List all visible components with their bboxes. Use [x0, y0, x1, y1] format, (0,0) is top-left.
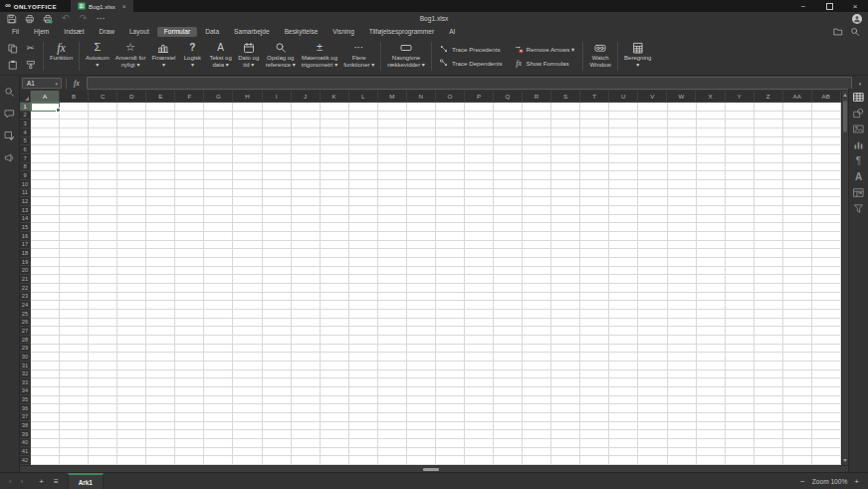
column-header-z[interactable]: Z	[755, 91, 783, 103]
row-header-39[interactable]: 39	[20, 430, 31, 439]
tab-tilf-jelsesprogrammer[interactable]: Tilføjelsesprogrammer	[362, 27, 441, 37]
column-header-i[interactable]: I	[263, 91, 292, 103]
select-all-corner[interactable]	[20, 91, 31, 103]
search-button[interactable]	[4, 86, 16, 98]
row-header-36[interactable]: 36	[20, 404, 31, 413]
row-header-4[interactable]: 4	[20, 128, 31, 137]
row-header-19[interactable]: 19	[20, 258, 31, 267]
column-header-f[interactable]: F	[175, 91, 204, 103]
row-header-29[interactable]: 29	[20, 344, 31, 353]
image-settings-button[interactable]	[853, 123, 865, 134]
quick-print-button[interactable]	[41, 13, 54, 24]
more-button[interactable]: ···	[95, 13, 108, 24]
anvendt-for-button[interactable]: ☆Anvendt fornyligt ▾	[112, 38, 149, 68]
row-header-8[interactable]: 8	[20, 163, 31, 172]
row-header-35[interactable]: 35	[20, 395, 31, 404]
column-header-p[interactable]: P	[465, 91, 494, 103]
finansiel-button[interactable]: Finansiel▾	[148, 38, 178, 68]
feedback-button[interactable]	[4, 151, 16, 163]
column-header-x[interactable]: X	[696, 91, 725, 103]
selected-cell-a1[interactable]	[31, 103, 60, 112]
column-header-c[interactable]: C	[89, 91, 117, 103]
row-header-31[interactable]: 31	[20, 362, 31, 370]
row-header-27[interactable]: 27	[20, 327, 31, 336]
row-header-16[interactable]: 16	[20, 232, 31, 241]
add-sheet-button[interactable]: +	[34, 477, 49, 486]
column-header-t[interactable]: T	[580, 91, 609, 103]
funktion-button[interactable]: fxFunktion	[47, 38, 76, 62]
paragraph-settings-button[interactable]: ¶	[853, 155, 865, 166]
opslag-og-button[interactable]: Opslag ogreference ▾	[263, 38, 299, 68]
remove-arrows-button[interactable]: Remove Arrows ▾	[515, 45, 575, 54]
row-header-3[interactable]: 3	[20, 120, 31, 128]
cells-area[interactable]	[31, 103, 841, 465]
tab-hjem[interactable]: Hjem	[27, 27, 56, 37]
textart-settings-button[interactable]: A	[853, 171, 865, 182]
cut-button[interactable]: ✂	[24, 42, 37, 55]
column-header-v[interactable]: V	[638, 91, 667, 103]
pivot-settings-button[interactable]	[853, 187, 865, 198]
minimize-button[interactable]: −	[790, 0, 816, 12]
row-header-15[interactable]: 15	[20, 223, 31, 232]
cell-settings-button[interactable]	[853, 92, 865, 103]
row-header-22[interactable]: 22	[20, 284, 31, 293]
row-header-21[interactable]: 21	[20, 275, 31, 284]
next-sheet-icon[interactable]: ›	[21, 477, 24, 486]
row-header-20[interactable]: 20	[20, 266, 31, 275]
dato-og-button[interactable]: Dato ogtid ▾	[235, 38, 263, 68]
tab-draw[interactable]: Draw	[93, 27, 121, 37]
zoom-level[interactable]: Zoom 100%	[812, 478, 848, 485]
column-header-q[interactable]: Q	[494, 91, 523, 103]
column-header-g[interactable]: G	[204, 91, 233, 103]
spellcheck-button[interactable]	[4, 129, 16, 141]
row-header-32[interactable]: 32	[20, 369, 31, 378]
vertical-scrollbar[interactable]	[841, 91, 848, 465]
column-header-u[interactable]: U	[609, 91, 638, 103]
zoom-out-button[interactable]: −	[800, 477, 805, 486]
row-header-24[interactable]: 24	[20, 301, 31, 310]
tab-inds-t[interactable]: Indsæt	[57, 27, 91, 37]
column-header-m[interactable]: M	[378, 91, 407, 103]
copy-style-button[interactable]	[24, 58, 37, 71]
collapse-formula-bar-icon[interactable]: ▾	[852, 81, 868, 87]
flere-button[interactable]: ···Flerefunktioner ▾	[340, 38, 377, 68]
slicer-settings-button[interactable]	[853, 203, 865, 214]
row-header-9[interactable]: 9	[20, 171, 31, 180]
row-header-1[interactable]: 1	[20, 103, 31, 112]
column-header-e[interactable]: E	[146, 91, 175, 103]
column-header-k[interactable]: K	[321, 91, 349, 103]
close-tab-icon[interactable]: ×	[122, 3, 126, 10]
beregning-button[interactable]: Beregning▾	[621, 38, 654, 68]
row-header-10[interactable]: 10	[20, 180, 31, 189]
tab-fil[interactable]: Fil	[5, 27, 26, 37]
chart-settings-button[interactable]	[853, 139, 865, 150]
row-header-28[interactable]: 28	[20, 336, 31, 345]
shape-settings-button[interactable]	[853, 108, 865, 119]
row-header-14[interactable]: 14	[20, 215, 31, 224]
row-header-33[interactable]: 33	[20, 378, 31, 387]
row-header-26[interactable]: 26	[20, 318, 31, 327]
formula-input[interactable]	[87, 77, 852, 90]
zoom-in-button[interactable]: +	[854, 477, 859, 486]
column-header-l[interactable]: L	[349, 91, 378, 103]
vertical-scrollbar-thumb[interactable]	[843, 101, 847, 132]
undo-button[interactable]: ↶	[59, 13, 72, 24]
row-header-11[interactable]: 11	[20, 189, 31, 198]
save-button[interactable]	[5, 13, 18, 24]
row-header-42[interactable]: 42	[20, 456, 31, 465]
comments-button[interactable]	[4, 108, 16, 120]
column-header-y[interactable]: Y	[726, 91, 755, 103]
sheet-list-icon[interactable]: ≡	[49, 477, 64, 486]
tab-samarbejde[interactable]: Samarbejde	[227, 27, 277, 37]
tab-visning[interactable]: Visning	[326, 27, 361, 37]
column-header-j[interactable]: J	[292, 91, 321, 103]
column-header-r[interactable]: R	[523, 91, 551, 103]
matematik-og-button[interactable]: ±Matematik ogtrigonometri ▾	[299, 38, 340, 68]
print-button[interactable]	[23, 13, 36, 24]
column-header-h[interactable]: H	[233, 91, 262, 103]
user-avatar[interactable]	[852, 14, 862, 24]
row-header-12[interactable]: 12	[20, 197, 31, 206]
column-header-d[interactable]: D	[117, 91, 146, 103]
paste-button[interactable]	[6, 58, 19, 71]
tab-formular[interactable]: Formular	[157, 27, 197, 37]
